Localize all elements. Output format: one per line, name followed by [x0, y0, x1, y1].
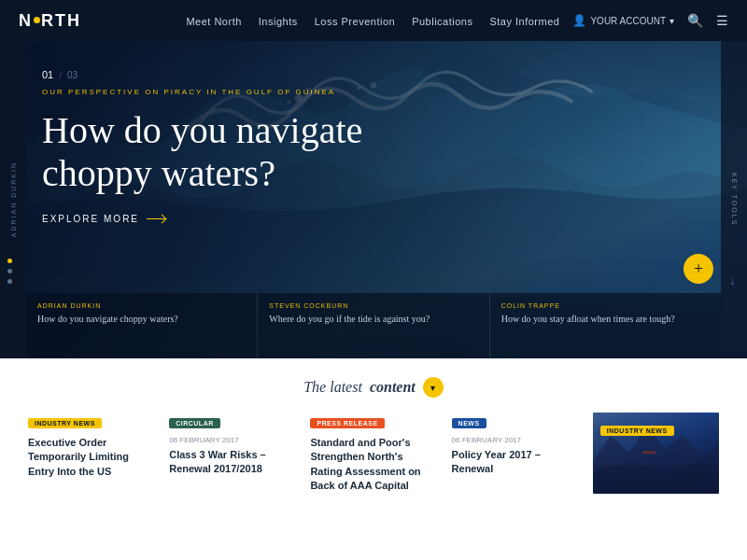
key-tools-label: KEY TOOLS [731, 173, 738, 226]
hero-thumb-2[interactable]: STEVEN COCKBURN Where do you go if the t… [258, 293, 489, 358]
cta-arrow-icon [147, 218, 165, 219]
hero-content: 01 / 03 OUR PERSPECTIVE ON PIRACY IN THE… [42, 69, 691, 224]
slide-counter: 01 / 03 [42, 69, 691, 80]
content-header-highlight: content [370, 379, 416, 396]
logo-dot [34, 17, 40, 23]
dot-1[interactable] [7, 259, 12, 263]
nav-item-loss[interactable]: Loss Prevention [315, 12, 395, 29]
dot-2[interactable] [7, 269, 12, 273]
news-card-5[interactable]: INDUSTRY NEWS [593, 413, 719, 494]
dropdown-chevron-icon: ▾ [430, 383, 435, 393]
dot-3[interactable] [7, 279, 12, 284]
thumb-author-3: COLIN TRAPPE [501, 302, 710, 309]
nav-icons: 🔍 ☰ [687, 13, 728, 29]
news-tag-4: NEWS [452, 418, 486, 428]
news-tag-5: INDUSTRY NEWS [600, 426, 674, 436]
navbar: N RTH Meet North Insights Loss Preventio… [0, 0, 747, 41]
thumb-title-1: How do you navigate choppy waters? [37, 313, 246, 325]
thumb-title-2: Where do you go if the tide is against y… [269, 313, 477, 325]
person-icon: 👤 [572, 14, 586, 27]
news-card-3[interactable]: PRESS RELEASE Standard and Poor's Streng… [310, 413, 436, 494]
news-date-4: 06 FEBRUARY 2017 [452, 436, 578, 444]
nav-links: Meet North Insights Loss Prevention Publ… [186, 12, 559, 29]
hero-thumbnails: ADRIAN DURKIN How do you navigate choppy… [26, 293, 721, 358]
logo-rest: RTH [41, 11, 81, 31]
logo-text: N [19, 11, 33, 31]
news-title-1: Executive Order Temporarily Limiting Ent… [28, 436, 154, 479]
nav-item-insights[interactable]: Insights [259, 12, 298, 29]
plus-icon: + [694, 260, 703, 277]
hero-thumb-1[interactable]: ADRIAN DURKIN How do you navigate choppy… [26, 293, 258, 358]
news-card-2[interactable]: CIRCULAR 06 FEBRUARY 2017 Class 3 War Ri… [169, 413, 295, 494]
news-card-5-content: INDUSTRY NEWS [593, 413, 719, 451]
news-card-4[interactable]: NEWS 06 FEBRUARY 2017 Policy Year 2017 –… [452, 413, 578, 494]
news-title-2: Class 3 War Risks – Renewal 2017/2018 [169, 448, 295, 477]
news-title-3: Standard and Poor's Strengthen North's R… [310, 436, 436, 494]
hero-right-bar: KEY TOOLS [721, 41, 747, 358]
news-tag-2: CIRCULAR [169, 418, 220, 428]
hero-title: How do you navigate choppy waters? [42, 109, 453, 195]
hero-section: ADRIAN DURKIN KEY TOOLS 01 / 03 OUR PERS… [0, 41, 747, 358]
content-header-text: The latest [303, 379, 362, 396]
chevron-down-icon: ▾ [669, 16, 674, 26]
search-icon[interactable]: 🔍 [687, 13, 703, 29]
news-title-4: Policy Year 2017 – Renewal [452, 448, 578, 477]
nav-item-publications[interactable]: Publications [412, 12, 472, 29]
scroll-down-arrow[interactable]: ↓ [729, 273, 736, 288]
pagination-dots [7, 259, 12, 284]
account-menu[interactable]: 👤 YOUR ACCOUNT ▾ [572, 14, 674, 27]
menu-icon[interactable]: ☰ [716, 13, 728, 29]
hero-thumb-3[interactable]: COLIN TRAPPE How do you stay afloat when… [490, 293, 721, 358]
content-dropdown-button[interactable]: ▾ [423, 377, 444, 398]
news-grid: INDUSTRY NEWS Executive Order Temporaril… [28, 413, 719, 494]
slide-separator: / [59, 70, 62, 80]
fab-add-button[interactable]: + [684, 254, 713, 284]
slide-current: 01 [42, 69, 53, 80]
thumb-author-2: STEVEN COCKBURN [269, 302, 477, 309]
logo[interactable]: N RTH [19, 11, 81, 31]
hero-subtitle: OUR PERSPECTIVE ON PIRACY IN THE GULF OF… [42, 88, 691, 96]
news-date-2: 06 FEBRUARY 2017 [169, 436, 295, 444]
nav-item-meet[interactable]: Meet North [186, 12, 241, 29]
thumb-title-3: How do you stay afloat when times are to… [501, 313, 710, 325]
news-card-1[interactable]: INDUSTRY NEWS Executive Order Temporaril… [28, 413, 154, 494]
news-tag-1: INDUSTRY NEWS [28, 418, 102, 428]
slide-total: 03 [67, 70, 78, 80]
nav-item-stay[interactable]: Stay Informed [489, 12, 559, 29]
hero-left-bar: ADRIAN DURKIN [0, 41, 26, 358]
hero-author-vertical: ADRIAN DURKIN [10, 161, 17, 237]
content-header: The latest content ▾ [28, 377, 719, 398]
thumb-author-1: ADRIAN DURKIN [37, 302, 246, 309]
cta-label: EXPLORE MORE [42, 214, 139, 224]
news-tag-3: PRESS RELEASE [310, 418, 384, 428]
browser-frame: N RTH Meet North Insights Loss Preventio… [0, 0, 747, 560]
hero-cta-button[interactable]: EXPLORE MORE [42, 214, 691, 224]
content-section: The latest content ▾ INDUSTRY NEWS Execu… [0, 358, 747, 494]
